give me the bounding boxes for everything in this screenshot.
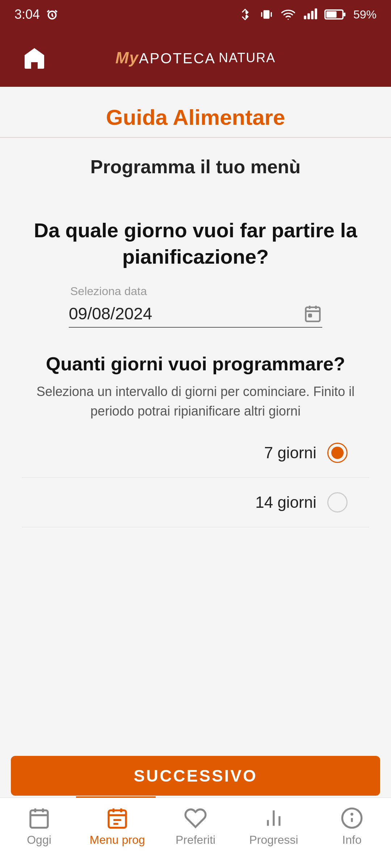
radio-option-14[interactable]: 14 giorni bbox=[22, 478, 369, 527]
nav-label-progressi: Progressi bbox=[249, 833, 298, 847]
svg-rect-6 bbox=[311, 11, 314, 19]
nav-icon-menu-prog bbox=[106, 807, 129, 830]
page-title-section: Guida Alimentare bbox=[0, 87, 391, 138]
radio-7-circle[interactable] bbox=[327, 443, 348, 463]
alarm-icon bbox=[46, 8, 59, 21]
date-field-wrapper[interactable]: Seleziona data 09/08/2024 bbox=[69, 285, 322, 328]
section-heading: Programma il tuo menù bbox=[22, 138, 369, 196]
nav-icon-oggi bbox=[28, 807, 51, 830]
question1-block: Da quale giorno vuoi far partire la pian… bbox=[22, 217, 369, 270]
option-7-label: 7 giorni bbox=[264, 444, 316, 462]
svg-rect-2 bbox=[261, 12, 262, 17]
question1-text: Da quale giorno vuoi far partire la pian… bbox=[22, 217, 369, 270]
nav-item-menu-prog[interactable]: Menu prog bbox=[81, 807, 154, 847]
status-bar: 3:04 59% bbox=[0, 0, 391, 29]
wifi-icon bbox=[281, 7, 295, 22]
app-bar: MyAPOTECA NATURA bbox=[0, 29, 391, 87]
radio-option-7[interactable]: 7 giorni bbox=[22, 428, 369, 478]
option-14-label: 14 giorni bbox=[255, 493, 316, 511]
radio-7-inner bbox=[331, 447, 344, 459]
nav-icon-preferiti bbox=[184, 807, 207, 830]
svg-rect-9 bbox=[326, 11, 336, 18]
home-icon bbox=[21, 45, 47, 71]
svg-rect-3 bbox=[271, 12, 272, 17]
nav-item-preferiti[interactable]: Preferiti bbox=[159, 807, 232, 847]
svg-rect-16 bbox=[30, 810, 48, 828]
home-button[interactable] bbox=[18, 42, 51, 74]
page-title: Guida Alimentare bbox=[0, 105, 391, 130]
nav-label-menu-prog: Menu prog bbox=[90, 833, 145, 847]
logo-natura: NATURA bbox=[219, 50, 276, 65]
nav-label-oggi: Oggi bbox=[27, 833, 51, 847]
vibrate-icon bbox=[259, 7, 274, 22]
battery-icon bbox=[324, 8, 346, 21]
status-time: 3:04 bbox=[14, 7, 59, 22]
svg-rect-7 bbox=[315, 8, 317, 19]
question2-subtext: Seleziona un intervallo di giorni per co… bbox=[22, 382, 369, 421]
bluetooth-icon bbox=[239, 8, 252, 21]
app-logo: MyAPOTECA NATURA bbox=[115, 49, 276, 67]
svg-rect-5 bbox=[307, 13, 310, 20]
battery-text: 59% bbox=[353, 8, 377, 21]
nav-item-info[interactable]: Info bbox=[316, 807, 388, 847]
signal-icon bbox=[303, 7, 317, 22]
radio-14-circle[interactable] bbox=[327, 492, 348, 512]
bottom-nav: Oggi Menu prog Preferiti bbox=[0, 797, 391, 868]
logo-my: MyAPOTECA bbox=[115, 49, 216, 67]
svg-rect-10 bbox=[344, 13, 345, 17]
date-label: Seleziona data bbox=[69, 285, 322, 298]
svg-rect-15 bbox=[309, 314, 311, 317]
calendar-icon[interactable] bbox=[303, 304, 322, 323]
successivo-button[interactable]: SUCCESSIVO bbox=[11, 756, 380, 796]
nav-label-info: Info bbox=[342, 833, 361, 847]
date-value[interactable]: 09/08/2024 bbox=[69, 304, 303, 323]
nav-icon-progressi bbox=[262, 807, 285, 830]
question2-text: Quanti giorni vuoi programmare? bbox=[22, 353, 369, 375]
nav-item-progressi[interactable]: Progressi bbox=[237, 807, 310, 847]
svg-rect-4 bbox=[304, 16, 306, 19]
main-content: Programma il tuo menù Da quale giorno vu… bbox=[0, 138, 391, 527]
svg-rect-11 bbox=[306, 307, 320, 321]
svg-rect-1 bbox=[264, 10, 270, 18]
nav-label-preferiti: Preferiti bbox=[176, 833, 215, 847]
date-input-row[interactable]: 09/08/2024 bbox=[69, 300, 322, 328]
question2-block: Quanti giorni vuoi programmare? Selezion… bbox=[22, 353, 369, 421]
status-icons: 59% bbox=[239, 7, 377, 22]
nav-item-oggi[interactable]: Oggi bbox=[3, 807, 75, 847]
nav-icon-info bbox=[340, 807, 363, 830]
time-text: 3:04 bbox=[14, 7, 40, 22]
